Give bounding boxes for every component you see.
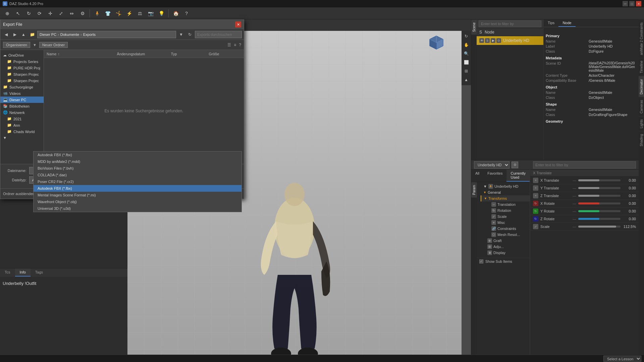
- tab-tcs[interactable]: Tcs: [0, 268, 15, 277]
- params-node-item[interactable]: ▼ 🧍 Underbelly HD: [477, 183, 530, 189]
- folder-pure-hdr[interactable]: 📁 PURE HDR Proj: [0, 65, 44, 71]
- params-item-mesh-resol[interactable]: ⬡ Mesh Resol...: [481, 232, 530, 238]
- home-button[interactable]: 🏠: [171, 9, 180, 18]
- help-button[interactable]: ?: [182, 9, 191, 18]
- params-tab-currently-used[interactable]: Currently Used: [506, 170, 530, 182]
- folder-bibliotheken[interactable]: 📚 Bibliotheken: [0, 103, 44, 109]
- folder-onedrive[interactable]: ☁ OneDrive: [0, 52, 44, 58]
- scene-filter-input[interactable]: [479, 20, 541, 27]
- folder-chads-world[interactable]: 📁 Chads World: [0, 128, 44, 135]
- params-tab-all[interactable]: All: [471, 170, 483, 182]
- col-header-changed[interactable]: Änderungsdatum: [114, 52, 168, 56]
- vp-up-btn[interactable]: ▲: [462, 76, 470, 84]
- dropdown-option-fbx2[interactable]: Autodesk FBX (*.fbx): [34, 185, 241, 192]
- folder-dieser-pc[interactable]: 💻 Dieser PC: [0, 97, 44, 103]
- tab-info[interactable]: Info: [15, 268, 31, 277]
- vp-fit-btn[interactable]: ⊞: [462, 67, 470, 75]
- dropdown-option-obj[interactable]: Wavefront Object (*.obj): [34, 198, 241, 205]
- y-translate-track[interactable]: [578, 187, 621, 189]
- nav-root-button[interactable]: 📁: [29, 31, 36, 38]
- tool-weight[interactable]: ⚖: [135, 9, 145, 18]
- folder-expand-chads[interactable]: ▼: [0, 135, 44, 141]
- tab-node[interactable]: Node: [558, 19, 575, 27]
- close-button[interactable]: ✕: [636, 1, 641, 6]
- nav-up-button[interactable]: ▲: [20, 31, 27, 38]
- folder-projects-series[interactable]: 📁 Projects Series: [0, 58, 44, 65]
- dropdown-option-fbx1[interactable]: Autodesk FBX (*.fbx): [34, 152, 241, 158]
- refresh-button[interactable]: ↻: [186, 31, 194, 38]
- params-side-tab[interactable]: Param: [471, 182, 477, 197]
- dropdown-option-cr2[interactable]: Poser CR2 File (*.cr2): [34, 178, 241, 185]
- dropdown-option-u3d[interactable]: Universal 3D (*.u3d): [34, 205, 241, 212]
- dialog-close-button[interactable]: ✕: [235, 21, 241, 27]
- vp-frame-btn[interactable]: ⬜: [462, 58, 470, 66]
- col-header-type[interactable]: Typ: [168, 52, 206, 56]
- tool-camera[interactable]: 📷: [146, 9, 155, 18]
- folder-ann[interactable]: 📁 Ann: [0, 122, 44, 128]
- params-item-rotation[interactable]: ↻ Rotation: [481, 207, 530, 214]
- params-tab-favorites[interactable]: Favorites: [483, 170, 506, 182]
- params-item-display[interactable]: 🖥 Display: [477, 250, 530, 256]
- params-settings-btn[interactable]: ⚙: [512, 162, 518, 168]
- params-item-adju[interactable]: ⊞ Adju...: [477, 244, 530, 250]
- y-rotate-track[interactable]: [578, 210, 621, 212]
- col-header-size[interactable]: Größe: [206, 52, 244, 56]
- side-tab-decimator[interactable]: Decimator: [639, 76, 644, 97]
- folder-suchvorgange[interactable]: 📁 Suchvorgänge: [0, 84, 44, 90]
- path-part-1[interactable]: Dieser PC: [40, 33, 56, 37]
- transforms-subgroup-header[interactable]: ▼ Transforms: [481, 195, 530, 201]
- dropdown-path-btn[interactable]: ▼: [177, 31, 185, 38]
- tool-scale[interactable]: ⇔: [67, 9, 76, 18]
- dropdown-option-bvh[interactable]: BioVision Files (*.bvh): [34, 165, 241, 172]
- new-folder-button[interactable]: Neuer Ordner: [39, 42, 68, 48]
- vp-zoom-btn[interactable]: 🔍: [462, 50, 470, 58]
- x-translate-track[interactable]: [578, 179, 621, 181]
- params-item-translation[interactable]: ↔ Translation: [481, 201, 530, 207]
- tool-light[interactable]: 💡: [157, 9, 166, 18]
- tool-move2[interactable]: ⤢: [56, 9, 66, 18]
- vp-pan-btn[interactable]: ✋: [462, 41, 470, 49]
- col-header-name[interactable]: Name ↑: [44, 52, 114, 56]
- path-part-2[interactable]: Dokumente: [60, 33, 79, 37]
- dropdown-option-mi[interactable]: Mental Images Scene Format (*.mi): [34, 192, 241, 198]
- tool-select[interactable]: ⊕: [3, 9, 12, 18]
- folder-sharpen-2[interactable]: 📁 Sharpen Projec: [0, 77, 44, 84]
- folder-sharpen-1[interactable]: 📁 Sharpen Projec: [0, 71, 44, 77]
- folder-videos[interactable]: 📹 Videos: [0, 90, 44, 97]
- tool-morph[interactable]: ⚡: [124, 9, 134, 18]
- folder-netzwerk[interactable]: 🌐 Netzwerk: [0, 109, 44, 116]
- nav-back-button[interactable]: ◀: [2, 31, 10, 38]
- folder-2021[interactable]: 📁 2021: [0, 116, 44, 122]
- tool-rotate-y[interactable]: ⟳: [35, 9, 44, 18]
- view-details-button[interactable]: ≡: [234, 43, 236, 47]
- params-dropdown[interactable]: Underbelly HD: [474, 161, 509, 169]
- params-item-constraints[interactable]: 🔗 Constraints: [481, 226, 530, 232]
- tool-cloth[interactable]: 👕: [103, 9, 112, 18]
- view-toggle-button[interactable]: ☰: [227, 43, 231, 47]
- params-item-scale[interactable]: ⤢ Scale: [481, 214, 530, 220]
- maximize-button[interactable]: □: [629, 1, 635, 6]
- side-tab-scene[interactable]: Scene: [471, 19, 477, 35]
- scene-node-selected[interactable]: 👁 S ▶ ⊙ Underbelly HD: [477, 36, 543, 45]
- general-group-header[interactable]: ▼ General: [477, 189, 530, 195]
- z-rotate-track[interactable]: [578, 218, 621, 220]
- z-translate-track[interactable]: [578, 195, 621, 197]
- vp-rotate-btn[interactable]: ↻: [462, 32, 470, 40]
- nav-forward-button[interactable]: ▶: [11, 31, 18, 38]
- select-lesson-dropdown[interactable]: Select a Lesson: [603, 356, 641, 362]
- dropdown-option-mdd[interactable]: MDD by aniMate2 (*.mdd): [34, 158, 241, 165]
- params-item-misc[interactable]: ≡ Misc: [481, 220, 530, 226]
- show-sub-items-checkbox[interactable]: ✓: [479, 259, 483, 263]
- side-tab-lights[interactable]: Lights: [639, 116, 644, 131]
- help-dialog-button[interactable]: ?: [239, 43, 241, 47]
- tool-rotate-x[interactable]: ↻: [24, 9, 34, 18]
- tool-joint[interactable]: ⚙: [78, 9, 87, 18]
- dropdown-arrow-organize[interactable]: ▼: [33, 43, 37, 47]
- slider-filter-input[interactable]: [533, 161, 636, 169]
- dialog-search-input[interactable]: [195, 31, 242, 38]
- side-tab-animate2[interactable]: aniMate 2 Constraints: [639, 19, 644, 58]
- params-item-graft[interactable]: ⊕ Graft: [477, 238, 530, 244]
- x-rotate-track[interactable]: [578, 202, 621, 204]
- organize-button[interactable]: Organisieren: [3, 42, 30, 48]
- side-tab-shading[interactable]: Shading: [639, 131, 644, 149]
